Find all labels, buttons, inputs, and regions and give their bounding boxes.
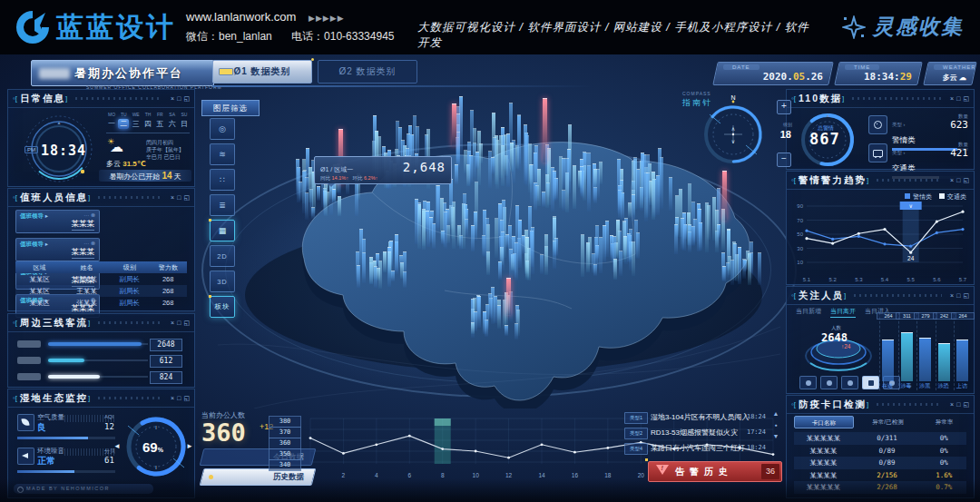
- arrows-decoration: ▶▶▶▶▶: [309, 14, 345, 23]
- close-icon[interactable]: ×: [171, 95, 174, 102]
- close-icon[interactable]: ×: [171, 320, 174, 326]
- watch-bar: 311涉毒: [898, 312, 915, 390]
- close-icon[interactable]: ×: [950, 401, 954, 408]
- alert-row[interactable]: 类型2RD13-53烟感报警疑似火灾17:24: [624, 426, 766, 441]
- scroll-down-icon[interactable]: ▼: [773, 433, 779, 439]
- poi-layer-icon[interactable]: ◎: [210, 118, 235, 140]
- panel-title: 值班人员信息: [20, 192, 88, 204]
- 2d-view-button[interactable]: 2D: [210, 245, 235, 267]
- gauge-next-arrow[interactable]: ►: [186, 442, 193, 450]
- expand-icon[interactable]: ◱: [183, 395, 190, 402]
- screenshot-root: 蓝蓝设计 www.lanlanwork.com ▶▶▶▶▶ 微信：ben_lan…: [0, 0, 980, 502]
- svg-text:50: 50: [797, 231, 803, 237]
- svg-text:I: I: [155, 425, 156, 430]
- clock-gauge: ▲ PM 18:34: [19, 113, 106, 184]
- dashboard: 暑期办公协作平台 SUMMER OFFICE COLLABORATION PLA…: [0, 54, 980, 502]
- svg-text:90: 90: [797, 203, 803, 209]
- close-icon[interactable]: ×: [171, 194, 174, 201]
- tab-data-category-1[interactable]: Ø1 数据类别: [212, 60, 312, 84]
- alert-row[interactable]: 类型1湿地3-104片区有不明人员闯入18:24: [624, 410, 766, 426]
- duty-leader-card[interactable]: 值班领导 ▸··· ⊗某某某: [15, 210, 100, 233]
- scroll-up-icon[interactable]: ▲: [773, 410, 779, 417]
- weekday-cell: SA六: [167, 112, 178, 129]
- services-list: 大数据可视化设计 / 软件界面设计 / 网站建设 / 手机及小程序设计 / 软件…: [417, 20, 817, 51]
- alert-type-badge: 类型4: [624, 443, 648, 455]
- inspiration-collect[interactable]: 灵感收集: [842, 13, 964, 41]
- target-icon[interactable]: [841, 376, 858, 389]
- minimize-icon[interactable]: □: [956, 292, 960, 299]
- panel-alarm-trend: ◦[警情警力趋势]×□◱ 警情类交通类 9070503010∨245.15.25…: [786, 171, 975, 285]
- panel-title: 110数据: [799, 93, 842, 105]
- chart-layer-icon[interactable]: ▦: [210, 220, 235, 241]
- svg-text:16: 16: [572, 472, 579, 478]
- platform-title-plate: 暑期办公协作平台: [31, 60, 214, 86]
- blocks-view-button[interactable]: 板块: [210, 296, 235, 318]
- tab-data-category-2[interactable]: Ø2 数据类别: [318, 60, 417, 84]
- expand-icon[interactable]: ◱: [183, 95, 190, 103]
- minimize-icon[interactable]: □: [177, 320, 181, 326]
- weekday-cell: SU日: [179, 112, 190, 129]
- duty-table: 区域姓名级别警力数某某区张某某副局长268某某区王某某副局长268某某区张某某副…: [15, 261, 187, 307]
- svg-text:∨: ∨: [908, 203, 912, 209]
- close-icon[interactable]: ×: [950, 292, 954, 299]
- svg-text:20: 20: [638, 472, 645, 478]
- website-line: www.lanlanwork.com ▶▶▶▶▶: [186, 10, 345, 24]
- duty-table-header: 区域姓名级别警力数: [15, 261, 187, 273]
- eco-gauge-value: 69%: [142, 439, 163, 455]
- alert-history-button[interactable]: 告警历史 36: [648, 461, 782, 482]
- alert-row[interactable]: 类型4某路口有小汽车连闯三个红灯18:24: [624, 441, 766, 457]
- zoom-out-button[interactable]: −: [777, 153, 791, 167]
- alert-list: 类型1湿地3-104片区有不明人员闯入18:24类型2RD13-53烟感报警疑似…: [624, 410, 766, 457]
- alert-history-count: 36: [761, 464, 779, 479]
- signal-layer-icon[interactable]: ≋: [210, 143, 235, 165]
- panel-duty-personnel: ◦[值班人员信息]×□◱ 值班领导 ▸··· ⊗某某某值班领导 ▸··· ⊗某某…: [7, 188, 195, 311]
- watch-tab[interactable]: 当日离开: [830, 307, 856, 318]
- svg-text:8: 8: [441, 472, 445, 478]
- weather-widget: WEATHER 多云 ☁: [923, 62, 977, 85]
- close-icon[interactable]: ×: [950, 95, 954, 102]
- weekday-strip: MO一TU二WE三TH四FR五SA六SU日: [106, 112, 190, 129]
- minimize-icon[interactable]: □: [956, 177, 960, 183]
- minimize-icon[interactable]: □: [177, 95, 181, 102]
- svg-text:14: 14: [538, 472, 545, 478]
- svg-text:5.7: 5.7: [959, 277, 967, 282]
- list-layer-icon[interactable]: ≣: [210, 194, 235, 216]
- tooltip-sub: 同比 14.1%↑ 环比 6.2%↑: [320, 175, 446, 182]
- contact-line: 微信：ben_lanlan 电话：010-63334945: [186, 29, 411, 44]
- svg-text:10: 10: [797, 260, 803, 265]
- gauge-prev-arrow[interactable]: ◄: [113, 442, 121, 450]
- grid-layer-icon[interactable]: ∷: [210, 169, 235, 191]
- gauge-value: 2648: [821, 331, 848, 344]
- expand-icon[interactable]: ◱: [963, 177, 969, 184]
- zoom-in-button[interactable]: +: [777, 100, 791, 114]
- layer-filter-title: 图层筛选: [201, 100, 260, 116]
- key-icon[interactable]: [820, 376, 838, 389]
- wechat-label: 微信：ben_lanlan: [186, 30, 272, 43]
- 3d-view-button[interactable]: 3D: [210, 271, 235, 292]
- minimize-icon[interactable]: □: [956, 95, 960, 102]
- svg-text:12: 12: [505, 472, 513, 478]
- expand-icon[interactable]: ◱: [183, 320, 190, 327]
- watch-tab[interactable]: 当日新增: [796, 307, 821, 318]
- close-icon[interactable]: ×: [950, 177, 954, 183]
- time-value: 18:34:29: [864, 71, 912, 83]
- air-quality-status: 良: [37, 421, 46, 434]
- duty-leader-card[interactable]: 值班领导 ▸··· ⊗某某某: [15, 238, 100, 261]
- minimize-icon[interactable]: □: [177, 194, 181, 201]
- air-quality-icon: [17, 414, 34, 431]
- expand-icon[interactable]: ◱: [963, 95, 969, 103]
- minimize-icon[interactable]: □: [956, 401, 960, 408]
- panel-passenger-flow: ◦[周边三线客流]×□◱ 2648 612 824: [7, 313, 195, 388]
- scroll-thumb[interactable]: ●: [774, 422, 777, 428]
- website-url[interactable]: www.lanlanwork.com: [186, 10, 296, 24]
- gauge-delta: ↑24: [841, 343, 850, 349]
- expand-icon[interactable]: ◱: [963, 401, 969, 408]
- expand-icon[interactable]: ◱: [183, 194, 190, 202]
- alert-history-label: 告警历史: [649, 462, 760, 481]
- minimize-icon[interactable]: □: [177, 395, 181, 401]
- vehicle-icon[interactable]: [799, 376, 817, 389]
- close-icon[interactable]: ×: [171, 395, 174, 401]
- weekday-cell: MO一: [106, 112, 117, 129]
- checkpoint-name-header-button[interactable]: 卡口名称: [794, 416, 854, 428]
- expand-icon[interactable]: ◱: [963, 292, 969, 300]
